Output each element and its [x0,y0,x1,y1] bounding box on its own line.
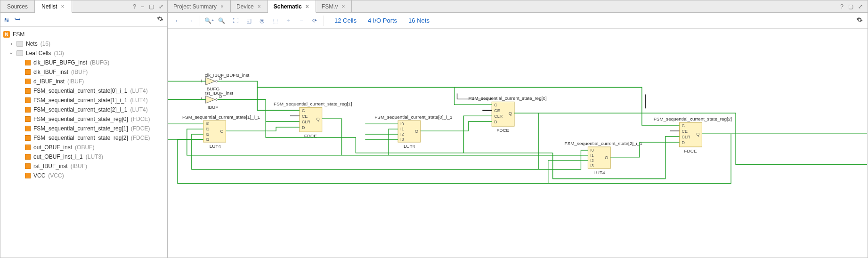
pin-label: I3 [590,163,593,168]
left-toolbar: ⇆ ⮨ [0,13,167,27]
pin-label: CE [494,108,500,113]
close-icon[interactable]: × [305,3,310,10]
tab-project-summary[interactable]: Project Summary× [168,0,231,12]
main-panel: Project Summary× Device× Schematic× FSM.… [168,0,868,258]
tree-cell[interactable]: FSM_sequential_current_state[1]_i_1 (LUT… [2,96,164,105]
cell-icon [25,154,31,160]
tree-cell[interactable]: FSM_sequential_current_state_reg[2] (FDC… [2,133,164,143]
tree-cell[interactable]: FSM_sequential_current_state[2]_i_1 (LUT… [2,105,164,114]
restore-icon[interactable]: ▢ [848,3,853,10]
block-title: FSM_sequential_current_state[2]_i_1 [565,141,643,146]
add-icon[interactable]: ＋ [283,16,293,26]
forward-icon[interactable]: → [186,16,196,26]
cell-icon [25,126,31,131]
stat-ports[interactable]: 4 I/O Ports [368,17,397,24]
cell-icon [25,69,31,75]
settings-icon[interactable] [157,16,163,24]
cell-icon [25,173,31,178]
tab-fsm-v[interactable]: FSM.v× [316,0,352,12]
pin-label: C [494,103,497,107]
svg-point-1 [216,81,218,82]
tree-cell[interactable]: rst_IBUF_inst (IBUF) [2,161,164,171]
cell-icon [25,145,31,150]
tree-cell[interactable]: FSM_sequential_current_state_reg[1] (FDC… [2,124,164,133]
block-type: LUT4 [210,144,221,149]
pin-label: I1 [400,127,404,131]
schematic-toolbar: ← → 🔍+ 🔍- ⛶ ◱ ◎ ⬚ ＋ − ⟳ 12 Cells 4 I/O P… [168,13,868,29]
tab-netlist-label: Netlist [41,3,57,10]
tree-leaf-count: (13) [54,50,64,56]
pin-label: CLR [494,114,503,119]
tree-cell[interactable]: d_IBUF_inst (IBUF) [2,77,164,86]
zoom-out-icon[interactable]: 🔍- [217,16,227,26]
pin-label: D [682,140,685,145]
settings-icon[interactable] [856,16,863,24]
highlight-icon[interactable]: ⬚ [270,16,280,26]
tab-device[interactable]: Device× [231,0,268,12]
help-icon[interactable]: ? [133,3,136,10]
cell-type: (LUT3) [86,153,103,160]
stat-nets[interactable]: 16 Nets [408,17,430,24]
zoom-in-icon[interactable]: 🔍+ [204,16,214,26]
pin-label: D [302,125,305,130]
tree-cell[interactable]: clk_IBUF_inst (IBUF) [2,67,164,77]
tab-netlist[interactable]: Netlist × [35,0,72,13]
restore-icon[interactable]: ▢ [149,3,154,10]
cell-type: (BUFG) [90,59,109,66]
chevron-right-icon[interactable]: › [9,40,14,47]
minus-icon[interactable]: − [296,16,307,26]
cell-type: (FDCE) [131,116,150,122]
netlist-panel: Sources Netlist × ? − ▢ ⤢ ⇆ ⮨ N [0,0,168,258]
tab-schematic[interactable]: Schematic× [268,0,316,13]
tree-cell[interactable]: FSM_sequential_current_state_reg[0] (FDC… [2,114,164,124]
center-icon[interactable]: ◎ [257,16,267,26]
block-type: LUT4 [404,144,415,149]
tree-root[interactable]: N FSM [2,30,164,39]
cell-icon [25,163,31,169]
cell-name: FSM_sequential_current_state_reg[0] [33,116,128,122]
tree-cell[interactable]: out_OBUF_inst (OBUF) [2,143,164,152]
expand-icon[interactable]: ⮨ [15,16,20,23]
pin-label: O [219,94,222,99]
tree-nets[interactable]: › Nets (16) [2,39,164,48]
back-icon[interactable]: ← [172,16,183,26]
pin-label: D [494,120,497,124]
cell-name: out_OBUF_inst_i_1 [33,153,83,160]
tree-leafcells[interactable]: › Leaf Cells (13) [2,48,164,58]
collapse-all-icon[interactable]: ⇆ [4,16,9,23]
cell-type: (IBUF) [71,69,88,75]
pin-label: Q [696,132,699,137]
tab-label: Project Summary [173,3,217,10]
pin-label: I2 [400,132,404,137]
block-type: FDCE [496,128,509,133]
minimize-icon[interactable]: − [141,3,144,10]
maximize-icon[interactable]: ⤢ [858,3,863,10]
zoom-fit-icon[interactable]: ⛶ [230,16,241,26]
help-icon[interactable]: ? [840,3,844,10]
tree-cell[interactable]: VCC (VCC) [2,171,164,180]
cell-icon [25,107,31,113]
pin-label: I3 [206,137,209,142]
zoom-area-icon[interactable]: ◱ [243,16,254,26]
pin-label: CE [682,129,688,134]
tab-sources-label: Sources [7,3,28,10]
close-icon[interactable]: × [341,3,346,10]
schematic-canvas[interactable]: clk_IBUF_BUFG_inst I O BUFG rst_IBUF_ins… [168,29,868,258]
pin-label: I1 [590,153,593,158]
close-icon[interactable]: × [257,3,262,10]
pin-label: O [220,129,224,134]
chevron-down-icon[interactable]: › [8,51,15,56]
cell-type: (FDCE) [131,125,150,132]
cell-type: (IBUF) [67,78,84,85]
refresh-icon[interactable]: ⟳ [309,16,320,26]
maximize-icon[interactable]: ⤢ [159,3,163,10]
tree-cell[interactable]: out_OBUF_inst_i_1 (LUT3) [2,152,164,161]
tree-cell[interactable]: FSM_sequential_current_state[0]_i_1 (LUT… [2,86,164,96]
stat-cells[interactable]: 12 Cells [334,17,357,24]
tree-cell[interactable]: clk_IBUF_BUFG_inst (BUFG) [2,58,164,67]
close-icon[interactable]: × [219,3,225,10]
cell-name: FSM_sequential_current_state_reg[2] [33,135,128,141]
tab-sources[interactable]: Sources [0,0,35,12]
close-icon[interactable]: × [60,3,65,10]
netlist-tree[interactable]: N FSM › Nets (16) › Leaf Cells (13) clk_… [0,27,167,258]
